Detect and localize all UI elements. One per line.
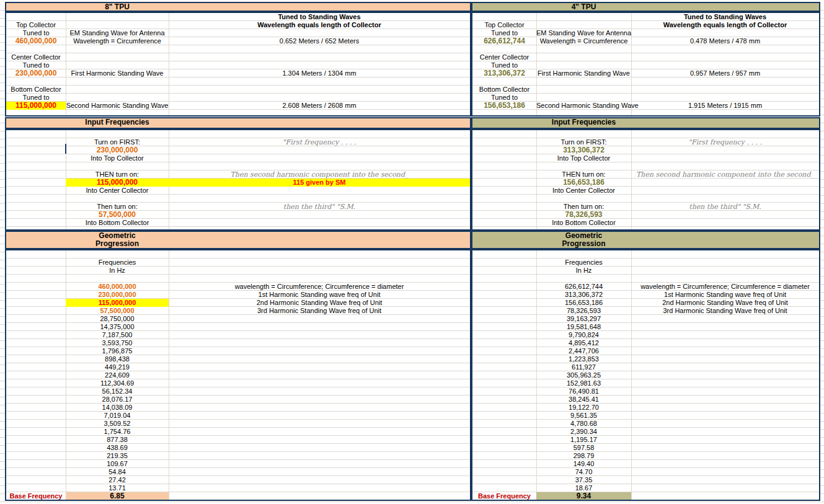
harmonic-note[interactable]: wavelength = Circumference; Circumferenc… — [169, 283, 470, 291]
collector-desc[interactable]: Second Harmonic Standing Wave — [536, 102, 631, 110]
frequency-value[interactable]: 38,245.41 — [536, 396, 631, 404]
step-frequency[interactable]: 156,653,186 — [536, 179, 631, 187]
frequency-value[interactable]: 313,306,372 — [536, 291, 631, 299]
frequency-value[interactable]: 7,019.04 — [66, 412, 169, 420]
frequency-value[interactable]: 1,796,875 — [66, 347, 169, 355]
step-frequency[interactable]: 78,326,593 — [536, 211, 631, 219]
collector-frequency[interactable]: 230,000,000 — [6, 69, 66, 77]
frequency-value[interactable]: 56,152.34 — [66, 387, 169, 396]
collector-frequency[interactable]: 460,000,000 — [6, 37, 66, 45]
step-note[interactable]: Then second harmonic component into the … — [631, 170, 819, 179]
table-title[interactable]: 4" TPU — [471, 2, 820, 12]
frequency-value[interactable]: 626,612,744 — [536, 283, 631, 291]
frequency-value[interactable]: 305,963.25 — [536, 371, 631, 379]
frequency-value[interactable]: 28,750,000 — [66, 315, 169, 323]
base-frequency-label[interactable]: Base Frequency — [6, 492, 66, 500]
collector-name[interactable]: Center Collector — [472, 53, 536, 61]
frequency-value[interactable]: 9,790,824 — [536, 331, 631, 339]
step-frequency[interactable]: 57,500,000 — [66, 211, 169, 219]
step-frequency[interactable]: 230,000,000 — [66, 146, 169, 154]
step-frequency[interactable]: 313,306,372 — [536, 146, 631, 154]
frequency-value[interactable]: 152,981.63 — [536, 379, 631, 387]
collector-desc[interactable]: First Harmonic Standing Wave — [66, 69, 169, 77]
collector-name[interactable]: Bottom Collector — [6, 86, 66, 94]
frequency-value[interactable]: 877.38 — [66, 436, 169, 444]
frequency-value[interactable]: 39,163,297 — [536, 315, 631, 323]
input-frequencies-header[interactable]: Input Frequencies — [5, 117, 471, 129]
frequency-value[interactable]: 224,609 — [66, 371, 169, 379]
wavelength-value[interactable]: 0.478 Meters / 478 mm — [631, 37, 819, 45]
base-frequency-label[interactable]: Base Frequency — [472, 492, 536, 500]
frequency-value[interactable]: 460,000,000 — [66, 283, 169, 291]
wavelength-value[interactable]: 0.957 Meters / 957 mm — [631, 69, 819, 77]
frequency-value[interactable]: 438.69 — [66, 444, 169, 452]
harmonic-note[interactable]: wavelength = Circumference; Circumferenc… — [631, 283, 819, 291]
collector-frequency[interactable]: 156,653,186 — [472, 102, 536, 110]
frequency-value[interactable]: 14,038.09 — [66, 404, 169, 412]
harmonic-note[interactable]: 3rd Harmonic Standing Wave freq of Unit — [169, 307, 470, 315]
frequency-value[interactable]: 14,375,000 — [66, 323, 169, 331]
step-frequency[interactable]: 115,000,000 — [66, 179, 169, 187]
frequency-value[interactable]: 76,490.81 — [536, 387, 631, 396]
collector-name[interactable]: Top Collector — [472, 21, 536, 29]
step-target[interactable]: Into Bottom Collector — [66, 219, 169, 227]
collector-desc[interactable]: Second Harmonic Standing Wave — [66, 102, 169, 110]
gp-sub-label[interactable]: Frequencies — [66, 259, 169, 267]
collector-frequency[interactable]: 115,000,000 — [6, 102, 66, 110]
frequency-value[interactable]: 19,122.70 — [536, 404, 631, 412]
frequency-value[interactable]: 611,927 — [536, 363, 631, 371]
base-frequency-value[interactable]: 9.34 — [536, 492, 631, 500]
frequency-value[interactable]: 1,195.17 — [536, 436, 631, 444]
frequency-value[interactable]: 74.70 — [536, 468, 631, 476]
harmonic-note[interactable]: 1st Harmonic Standing wave freq of Unit — [631, 291, 819, 299]
collector-frequency[interactable]: 626,612,744 — [472, 37, 536, 45]
frequency-value[interactable]: 78,326,593 — [536, 307, 631, 315]
step-note[interactable]: "First frequency . . . . — [169, 138, 470, 146]
wavelength-value[interactable]: 0.652 Meters / 652 Meters — [169, 37, 470, 45]
frequency-value[interactable]: 1,754.76 — [66, 428, 169, 436]
standing-waves-header[interactable]: Tuned to Standing Waves — [169, 13, 470, 21]
frequency-value[interactable]: 112,304.69 — [66, 379, 169, 387]
step-target[interactable]: Into Center Collector — [66, 187, 169, 195]
frequency-value[interactable]: 57,500,000 — [66, 307, 169, 315]
frequency-value[interactable]: 597.58 — [536, 444, 631, 452]
frequency-value[interactable]: 27.42 — [66, 476, 169, 484]
frequency-value[interactable]: 9,561.35 — [536, 412, 631, 420]
frequency-value[interactable]: 898,438 — [66, 355, 169, 363]
harmonic-note[interactable]: 2nd Harmonic Standing Wave freq of Unit — [631, 299, 819, 307]
standing-waves-header[interactable]: Wavelength equals length of Collector — [631, 21, 819, 29]
gp-sub-label[interactable]: Frequencies — [536, 259, 631, 267]
step-target[interactable]: Into Bottom Collector — [536, 219, 631, 227]
note-highlight[interactable]: 115 given by SM — [169, 179, 470, 187]
step-note[interactable]: Then second harmonic component into the … — [169, 170, 470, 179]
frequency-value[interactable]: 54.84 — [66, 468, 169, 476]
frequency-value[interactable]: 115,000,000 — [66, 299, 169, 307]
frequency-value[interactable]: 7,187,500 — [66, 331, 169, 339]
frequency-value[interactable]: 2,390.34 — [536, 428, 631, 436]
gp-sub-label[interactable]: In Hz — [536, 267, 631, 275]
frequency-value[interactable]: 19,581,648 — [536, 323, 631, 331]
geometric-progression-header[interactable]: GeometricProgression — [5, 231, 471, 249]
frequency-value[interactable]: 149.40 — [536, 460, 631, 468]
step-target[interactable]: Into Top Collector — [536, 154, 631, 162]
collector-name[interactable]: Top Collector — [6, 21, 66, 29]
frequency-value[interactable]: 230,000,000 — [66, 291, 169, 299]
table-title[interactable]: 8" TPU — [5, 2, 471, 12]
collector-desc[interactable]: EM Standing Wave for Antenna — [66, 29, 169, 37]
frequency-value[interactable]: 449,219 — [66, 363, 169, 371]
harmonic-note[interactable]: 2nd Harmonic Standing Wave freq of Unit — [169, 299, 470, 307]
frequency-value[interactable]: 109.67 — [66, 460, 169, 468]
input-frequencies-header[interactable]: Input Frequencies — [471, 117, 820, 129]
wavelength-value[interactable]: 1.304 Meters / 1304 mm — [169, 69, 470, 77]
frequency-value[interactable]: 298.79 — [536, 452, 631, 460]
collector-desc[interactable]: First Harmonic Standing Wave — [536, 69, 631, 77]
frequency-value[interactable]: 1,223,853 — [536, 355, 631, 363]
wavelength-value[interactable]: 2.608 Meters / 2608 mm — [169, 102, 470, 110]
wavelength-value[interactable]: 1.915 Meters / 1915 mm — [631, 102, 819, 110]
standing-waves-header[interactable]: Wavelength equals length of Collector — [169, 21, 470, 29]
frequency-value[interactable]: 2,447,706 — [536, 347, 631, 355]
frequency-value[interactable]: 28,076.17 — [66, 396, 169, 404]
frequency-value[interactable]: 219.35 — [66, 452, 169, 460]
frequency-value[interactable]: 3,593,750 — [66, 339, 169, 347]
frequency-value[interactable]: 4,895,412 — [536, 339, 631, 347]
